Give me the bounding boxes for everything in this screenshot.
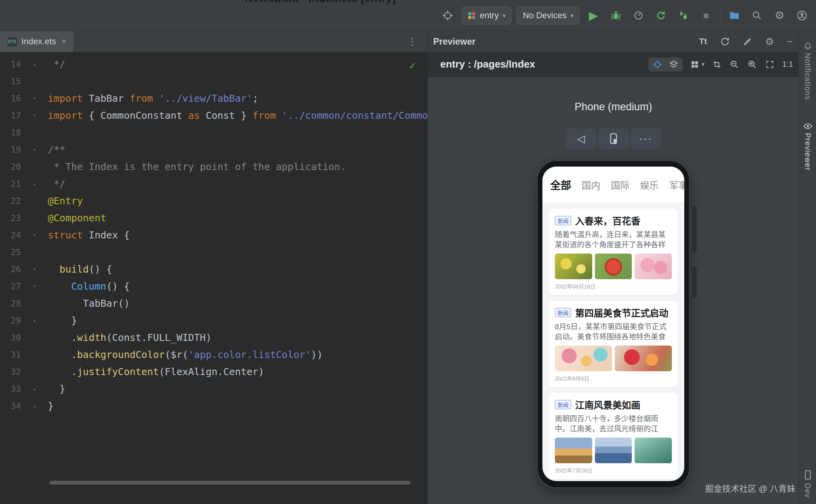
fold-end-icon[interactable]: ▴	[21, 385, 48, 392]
line-number[interactable]: 17	[0, 111, 21, 120]
close-icon[interactable]: ×	[61, 36, 66, 47]
line-number[interactable]: 30	[0, 333, 21, 342]
minimize-icon[interactable]: −	[787, 37, 792, 46]
fold-start-icon[interactable]: ▾	[21, 146, 48, 153]
news-image-blue-mountains[interactable]	[595, 438, 632, 463]
news-tab-4[interactable]: 娱乐	[640, 178, 659, 191]
line-number[interactable]: 29	[0, 316, 21, 325]
layers-icon[interactable]	[669, 59, 679, 70]
code-line[interactable]: 27▾ Column() {	[0, 278, 427, 295]
module-selector[interactable]: entry ▾	[462, 7, 512, 24]
code-line[interactable]: 18	[0, 124, 427, 141]
code-line[interactable]: 28 TabBar()	[0, 295, 427, 312]
attach-debugger-button[interactable]	[675, 7, 692, 24]
rotate-device-button[interactable]: ◁	[566, 129, 596, 149]
settings-gear-icon[interactable]: ⚙	[771, 7, 788, 24]
code-line[interactable]: 17▾import { CommonConstant as Const } fr…	[0, 107, 427, 124]
tab-index-ets[interactable]: ETS Index.ets ×	[0, 31, 73, 52]
news-image-green-lake[interactable]	[635, 438, 672, 463]
news-image-donut-platter[interactable]	[555, 346, 612, 371]
news-image-dessert-table[interactable]	[615, 346, 672, 371]
component-inspect-icon[interactable]	[652, 59, 663, 70]
inspection-ok-icon[interactable]: ✓	[409, 59, 416, 72]
fit-to-window-icon[interactable]	[765, 60, 774, 69]
layout-grid-dropdown[interactable]: ▾	[690, 60, 704, 69]
zoom-ratio-label[interactable]: 1:1	[782, 60, 793, 69]
code-line[interactable]: 33▴ }	[0, 380, 427, 397]
code-line[interactable]: 19▾/**	[0, 141, 427, 158]
frame-bounds-icon[interactable]	[712, 60, 722, 69]
code-line[interactable]: 24▾struct Index {	[0, 226, 427, 243]
line-number[interactable]: 16	[0, 94, 21, 103]
line-number[interactable]: 14	[0, 59, 21, 69]
code-line[interactable]: 22@Entry	[0, 192, 427, 209]
code-line[interactable]: 30 .width(Const.FULL_WIDTH)	[0, 329, 427, 346]
device-selector[interactable]: No Devices ▾	[517, 7, 579, 24]
fold-start-icon[interactable]: ▾	[21, 231, 48, 238]
line-number[interactable]: 32	[0, 367, 21, 377]
fold-end-icon[interactable]: ▴	[21, 61, 48, 68]
preview-scrollbar-thumb[interactable]	[692, 205, 697, 253]
orientation-button[interactable]	[598, 129, 629, 149]
news-card[interactable]: 新闻第四届美食节正式启动8月5日，某某市第四届美食节正式启动。美食节将围绕各地特…	[549, 301, 678, 387]
account-avatar-icon[interactable]	[793, 7, 811, 24]
code-line[interactable]: 14▴ */	[0, 56, 427, 73]
horizontal-scrollbar[interactable]	[49, 481, 411, 485]
line-number[interactable]: 20	[0, 162, 21, 172]
refresh-icon[interactable]	[720, 36, 730, 47]
fold-end-icon[interactable]: ▴	[21, 402, 48, 409]
fold-start-icon[interactable]: ▾	[21, 283, 48, 290]
line-number[interactable]: 31	[0, 350, 21, 360]
preview-scrollbar-thumb[interactable]	[692, 266, 697, 298]
fold-end-icon[interactable]: ▴	[21, 180, 48, 187]
line-number[interactable]: 25	[0, 247, 21, 257]
line-number[interactable]: 33	[0, 384, 21, 394]
news-image-yellow-flowers[interactable]	[555, 254, 592, 279]
search-icon[interactable]	[748, 7, 765, 24]
code-line[interactable]: 34▴}	[0, 397, 427, 414]
profiler-button[interactable]	[630, 7, 647, 24]
zoom-out-icon[interactable]	[729, 59, 739, 70]
fold-start-icon[interactable]: ▾	[21, 95, 48, 102]
line-number[interactable]: 27	[0, 282, 21, 291]
code-line[interactable]: 20 * The Index is the entry point of the…	[0, 158, 427, 175]
line-number[interactable]: 21	[0, 179, 21, 189]
code-editor[interactable]: 14▴ */1516▾import TabBar from '../view/T…	[0, 52, 427, 504]
line-number[interactable]: 22	[0, 196, 21, 206]
more-options-button[interactable]: ···	[631, 129, 661, 149]
restart-app-button[interactable]	[652, 7, 670, 24]
tool-window-previewer[interactable]: Previewer	[799, 123, 816, 171]
run-button[interactable]: ▶	[585, 7, 602, 24]
tool-window-dev[interactable]: Dev	[799, 470, 816, 498]
fold-end-icon[interactable]: ▴	[21, 317, 48, 324]
line-number[interactable]: 26	[0, 264, 21, 274]
news-card[interactable]: 新闻江南风景美如画南朝四百八十寺，多少楼台烟雨中。江南美，去过风光绮丽的江南，便…	[549, 393, 678, 479]
zoom-in-icon[interactable]	[747, 59, 757, 70]
news-tab-1[interactable]: 全部	[550, 177, 571, 192]
line-number[interactable]: 28	[0, 299, 21, 308]
news-tab-3[interactable]: 国际	[611, 178, 629, 191]
code-line[interactable]: 16▾import TabBar from '../view/TabBar';	[0, 90, 427, 107]
code-line[interactable]: 15	[0, 73, 427, 90]
code-line[interactable]: 32 .justifyContent(FlexAlign.Center)	[0, 363, 427, 380]
code-line[interactable]: 23@Component	[0, 209, 427, 226]
code-line[interactable]: 25	[0, 243, 427, 261]
code-line[interactable]: 29▴ }	[0, 312, 427, 329]
code-line[interactable]: 26▾ build() {	[0, 261, 427, 278]
line-number[interactable]: 34	[0, 401, 21, 411]
stop-button[interactable]: ■	[697, 7, 715, 24]
code-line[interactable]: 21▴ */	[0, 175, 427, 192]
news-tab-2[interactable]: 国内	[582, 178, 600, 191]
news-card[interactable]: 新闻入春来，百花香随着气温升高，连日来，某某县某某街道的各个角度盛开了各种各样的…	[549, 209, 678, 295]
previewer-settings-gear-icon[interactable]: ⚙	[765, 36, 774, 47]
inspect-pen-icon[interactable]	[743, 37, 752, 46]
line-number[interactable]: 18	[0, 128, 21, 137]
tab-options-kebab-icon[interactable]: ⋮	[407, 31, 417, 52]
tool-window-notifications[interactable]: Notifications	[799, 41, 816, 100]
line-number[interactable]: 15	[0, 76, 21, 86]
news-image-pink-blossom[interactable]	[635, 254, 672, 279]
code-line[interactable]: 31 .backgroundColor($r('app.color.listCo…	[0, 346, 427, 363]
font-settings-icon[interactable]: Tt	[699, 36, 707, 47]
line-number[interactable]: 23	[0, 213, 21, 223]
line-number[interactable]: 24	[0, 230, 21, 240]
